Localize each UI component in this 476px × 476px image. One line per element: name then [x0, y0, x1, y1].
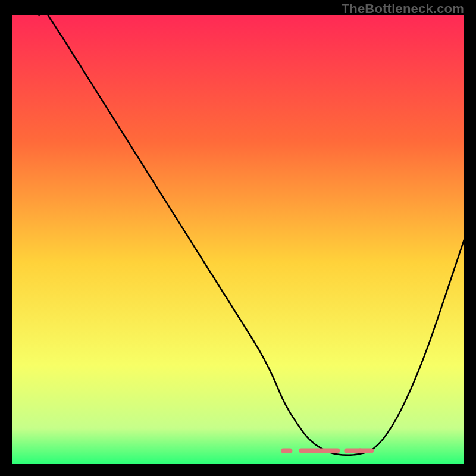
chart-container: TheBottleneck.com [0, 0, 476, 476]
bottleneck-chart [12, 15, 464, 464]
gradient-background [12, 15, 464, 464]
watermark-text: TheBottleneck.com [342, 1, 464, 17]
